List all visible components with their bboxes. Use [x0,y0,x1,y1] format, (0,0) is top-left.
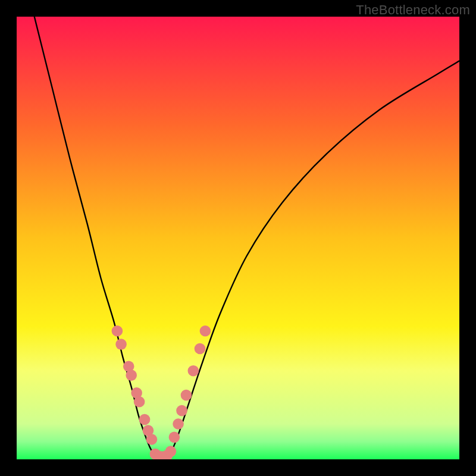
marker-right [188,365,199,377]
marker-left [146,434,158,445]
bottleneck-chart [17,17,459,459]
marker-left [139,414,151,425]
marker-right [173,418,184,430]
marker-left [112,325,123,337]
marker-right [169,432,180,443]
marker-left [115,339,127,350]
marker-right [200,325,211,337]
watermark-text: TheBottleneck.com [356,2,470,18]
marker-right [195,343,206,355]
marker-left [134,396,145,408]
gradient-background [17,17,459,459]
chart-frame: TheBottleneck.com [0,0,476,476]
marker-right [181,390,192,401]
marker-left [126,369,137,381]
plot-area [17,17,459,459]
marker-right [176,405,187,416]
marker-floor [165,446,177,457]
